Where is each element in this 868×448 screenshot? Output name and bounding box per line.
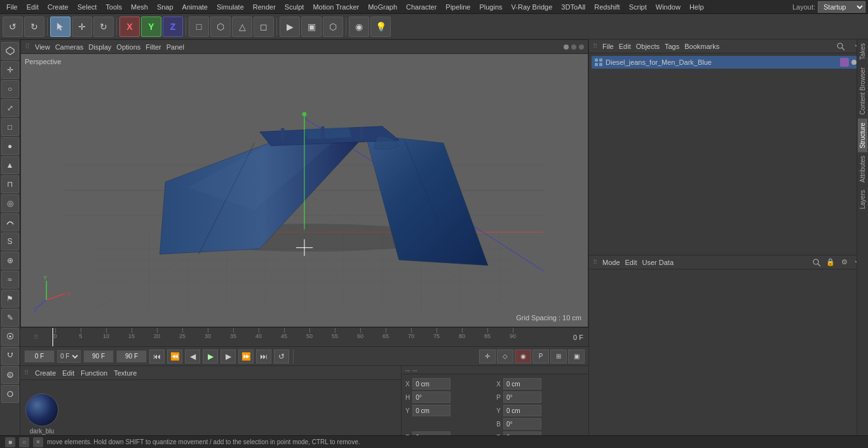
om-vis-dot-1[interactable] (851, 60, 857, 65)
sidebar-nurbs-btn[interactable] (1, 214, 19, 231)
sidebar-sculpt-btn[interactable]: ⦿ (1, 328, 19, 346)
sidebar-dynamics-btn[interactable] (1, 385, 19, 403)
p-rot-field[interactable] (503, 391, 541, 403)
sidebar-scale-btn[interactable]: ⤢ (1, 99, 19, 117)
options-menu[interactable]: Options (116, 43, 140, 51)
sidebar-cone-btn[interactable]: ▲ (1, 156, 19, 174)
select-tool-button[interactable] (50, 17, 71, 37)
material-ball[interactable] (25, 393, 58, 426)
attr-search-btn[interactable] (811, 257, 822, 268)
tab-layers[interactable]: Layers (858, 186, 867, 213)
timeline-btn[interactable]: ▣ (568, 350, 585, 363)
menu-script[interactable]: Script (625, 2, 651, 12)
play-button[interactable]: ▶ (203, 350, 218, 363)
y-size-field[interactable] (503, 405, 541, 416)
object-mode-button[interactable]: □ (189, 17, 209, 37)
status-icon-2[interactable]: ○ (19, 437, 29, 447)
x-axis-button[interactable]: X (119, 17, 140, 37)
view-menu[interactable]: View (35, 43, 50, 51)
menu-3dtoall[interactable]: 3DToAll (557, 2, 589, 12)
om-item-jeans[interactable]: Diesel_jeans_for_Men_Dark_Blue (592, 56, 865, 69)
points-mode-button[interactable]: ⬡ (210, 17, 231, 37)
tab-structure[interactable]: Structure (858, 119, 867, 153)
redo-button[interactable]: ↻ (24, 17, 44, 37)
key-btn[interactable]: ◇ (497, 350, 513, 363)
display-menu[interactable]: Display (88, 43, 111, 51)
attr-mode-menu[interactable]: Mode (602, 259, 620, 266)
menu-render[interactable]: Render (249, 2, 280, 12)
rotate-tool-button[interactable]: ↻ (93, 17, 114, 37)
layout-select[interactable]: Startup Standard (818, 1, 865, 13)
viewport-dot-3[interactable] (579, 44, 584, 50)
undo-button[interactable]: ↺ (3, 17, 23, 37)
auto-key-btn[interactable]: ◉ (515, 350, 531, 363)
y-axis-button[interactable]: Y (141, 17, 161, 37)
sidebar-symmetry-btn[interactable]: ⊕ (1, 252, 19, 269)
om-content[interactable]: Diesel_jeans_for_Men_Dark_Blue (589, 53, 868, 255)
sidebar-deformer-btn[interactable]: ≈ (1, 271, 19, 288)
viewport-dot-1[interactable] (564, 44, 569, 50)
z-axis-button[interactable]: Z (163, 17, 183, 37)
timeline-ruler[interactable]: 0 5 10 15 20 25 30 35 40 45 50 55 60 65 … (52, 328, 588, 346)
prev-frame-button[interactable]: ⏪ (167, 350, 182, 363)
menu-file[interactable]: File (3, 2, 22, 12)
tab-content-browser[interactable]: Content Browser (858, 64, 867, 118)
sidebar-spline-btn[interactable]: S (1, 233, 19, 250)
om-file-menu[interactable]: File (602, 43, 614, 50)
om-objects-menu[interactable]: Objects (636, 43, 660, 50)
om-tags-menu[interactable]: Tags (665, 43, 679, 50)
material-function-menu[interactable]: Function (81, 369, 107, 377)
menu-window[interactable]: Window (652, 2, 684, 12)
menu-tools[interactable]: Tools (102, 2, 126, 12)
menu-animate[interactable]: Animate (179, 2, 212, 12)
menu-vray[interactable]: V-Ray Bridge (508, 2, 557, 12)
menu-motion-tracker[interactable]: Motion Tracker (309, 2, 363, 12)
menu-pipeline[interactable]: Pipeline (442, 2, 474, 12)
sidebar-magnet-btn[interactable] (1, 347, 19, 365)
om-edit-menu[interactable]: Edit (619, 43, 631, 50)
attr-userdata-menu[interactable]: User Data (642, 259, 674, 266)
status-icon-3[interactable]: × (33, 437, 43, 447)
panel-menu[interactable]: Panel (166, 43, 184, 51)
menu-sculpt[interactable]: Sculpt (281, 2, 308, 12)
menu-edit[interactable]: Edit (23, 2, 43, 12)
x-pos-field[interactable] (412, 378, 451, 390)
status-icon-1[interactable]: ■ (5, 437, 15, 447)
menu-character[interactable]: Character (402, 2, 440, 12)
material-item[interactable]: dark_blu (25, 393, 58, 435)
loop-button[interactable]: ↺ (274, 350, 289, 363)
render-button[interactable]: ▶ (280, 17, 300, 37)
menu-snap[interactable]: Snap (153, 2, 177, 12)
timeline[interactable]: ⠿ 0 5 10 15 20 25 30 35 40 45 50 55 60 6… (20, 327, 588, 346)
sidebar-torus-btn[interactable]: ◎ (1, 194, 19, 212)
h-rot-field[interactable] (412, 391, 451, 403)
menu-create[interactable]: Create (44, 2, 72, 12)
om-search-btn[interactable] (835, 41, 846, 52)
next-key-button[interactable]: ▶ (220, 350, 236, 363)
y-pos-field[interactable] (412, 405, 451, 416)
b-rot-field[interactable] (503, 418, 541, 430)
sidebar-move-btn[interactable]: ✛ (1, 61, 19, 79)
record-btn[interactable]: P (532, 350, 549, 363)
sidebar-rotate-btn[interactable]: ○ (1, 80, 19, 98)
viewport-dot-2[interactable] (571, 44, 576, 50)
filter-menu[interactable]: Filter (146, 43, 161, 51)
material-create-menu[interactable]: Create (35, 369, 56, 377)
sidebar-tag-btn[interactable]: ⚑ (1, 290, 19, 308)
go-start-button[interactable]: ⏮ (149, 350, 165, 363)
go-end-button[interactable]: ⏭ (256, 350, 271, 363)
sidebar-sphere-btn[interactable]: ● (1, 137, 19, 155)
render-view-button[interactable]: ⬡ (323, 17, 343, 37)
camera-button[interactable]: ◉ (349, 17, 369, 37)
end-frame-field-2[interactable] (116, 350, 147, 363)
light-button[interactable]: 💡 (370, 17, 391, 37)
tab-takes[interactable]: Takes (858, 39, 867, 64)
attr-edit-menu[interactable]: Edit (625, 259, 637, 266)
sidebar-paint-btn[interactable]: ✎ (1, 309, 19, 327)
cameras-menu[interactable]: Cameras (55, 43, 84, 51)
attr-settings-btn[interactable]: ⚙ (839, 257, 850, 268)
menu-simulate[interactable]: Simulate (213, 2, 248, 12)
menu-help[interactable]: Help (686, 2, 708, 12)
menu-redshift[interactable]: Redshift (590, 2, 623, 12)
menu-mograph[interactable]: MoGraph (364, 2, 401, 12)
